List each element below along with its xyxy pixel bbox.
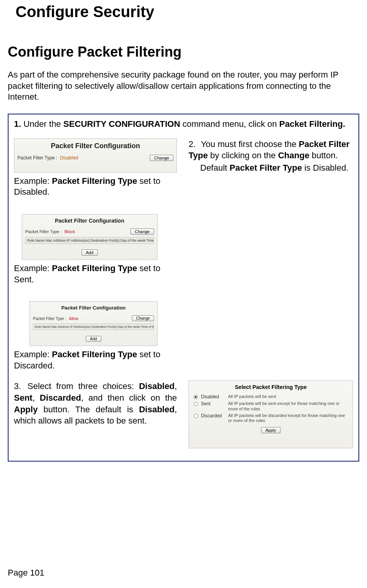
step-2-text: button.	[309, 150, 338, 160]
rules-table-header: Rule Name Mac Address IP Address(es) Des…	[25, 237, 154, 244]
select-panel-title: Select Packet Filtering Type	[193, 384, 349, 390]
section-title: Configure Packet Filtering	[8, 44, 359, 60]
rules-table-header: Rule Name Mac Address IP Address(es) Des…	[33, 323, 154, 330]
option-sent[interactable]: Sent All IP packets will be sent except …	[193, 401, 349, 411]
step-2-text: by clicking on the	[208, 150, 278, 160]
step-2-bold: Change	[278, 150, 310, 160]
add-button[interactable]: Add	[81, 249, 98, 256]
examples-column: Packet Filter Configuration Packet Filte…	[14, 138, 177, 378]
option-desc: All IP packets will be sent	[228, 394, 349, 399]
panel-title: Packet Filter Configuration	[17, 142, 173, 150]
step-1-text-a: Under the	[23, 119, 63, 129]
steps-box: 1. Under the SECURITY CONFIGURATION comm…	[8, 114, 359, 462]
filter-type-value-allow: Allow	[69, 316, 78, 321]
caption-bold: Packet Filtering Type	[52, 263, 137, 273]
step-3-text: ,	[175, 381, 177, 391]
add-button[interactable]: Add	[86, 336, 101, 342]
caption-discarded: Example: Packet Filtering Type set to Di…	[14, 349, 177, 371]
caption-sent: Example: Packet Filtering Type set to Se…	[14, 263, 177, 285]
step-1: 1. Under the SECURITY CONFIGURATION comm…	[14, 119, 353, 129]
radio-icon[interactable]	[194, 414, 198, 418]
change-button[interactable]: Change	[132, 315, 154, 321]
filter-type-label: Packet Filter Type :	[17, 155, 57, 161]
step-3-text: Select from three choices:	[28, 381, 139, 391]
step-2: 2. You must first choose the Packet Filt…	[189, 138, 353, 174]
step-3-bold: Apply	[14, 405, 38, 414]
select-filter-type-panel: Select Packet Filtering Type Disabled Al…	[189, 380, 353, 448]
step-3-bold: Disabled	[139, 381, 175, 391]
step-3-text: , and then click on the	[81, 393, 177, 403]
option-label: Sent	[201, 401, 228, 406]
apply-button[interactable]: Apply	[261, 427, 280, 433]
option-desc: All IP packets will be discarded except …	[228, 413, 349, 423]
filter-type-value-block: Block	[64, 229, 75, 234]
option-desc: All IP packets will be sent except for t…	[228, 401, 349, 411]
step-3-bold: Disabled	[139, 405, 175, 414]
step-1-text-b: command menu, click on	[180, 119, 279, 129]
change-button[interactable]: Change	[150, 155, 173, 161]
step-3-text: button. The default is	[38, 405, 139, 414]
step-2-number: 2.	[189, 138, 199, 150]
caption-text: Example:	[14, 349, 52, 359]
radio-icon[interactable]	[194, 402, 198, 406]
chapter-title: Configure Security	[16, 3, 359, 21]
page-number: Page 101	[8, 568, 44, 578]
panel-sent: Packet Filter Configuration Packet Filte…	[22, 214, 158, 260]
step-2-text: is Disabled.	[302, 163, 349, 173]
panel-disabled: Packet Filter Configuration Packet Filte…	[14, 138, 177, 173]
step-3: 3. Select from three choices: Disabled, …	[14, 380, 177, 448]
filter-type-value-disabled: Disabled	[60, 155, 78, 161]
panel-discarded: Packet Filter Configuration Packet Filte…	[29, 301, 158, 346]
step-3-bold: Discarded	[40, 393, 81, 403]
step-2-column: 2. You must first choose the Packet Filt…	[189, 138, 353, 378]
option-label: Disabled	[201, 394, 228, 399]
step-3-text: ,	[33, 393, 40, 403]
option-label: Discarded	[201, 413, 228, 419]
option-disabled[interactable]: Disabled All IP packets will be sent	[193, 394, 349, 399]
option-discarded[interactable]: Discarded All IP packets will be discard…	[193, 413, 349, 423]
step-1-bold-1: SECURITY CONFIGURATION	[63, 119, 180, 129]
step-1-bold-2: Packet Filtering.	[279, 119, 345, 129]
intro-paragraph: As part of the comprehensive security pa…	[8, 69, 349, 103]
step-1-number: 1.	[14, 119, 21, 129]
change-button[interactable]: Change	[130, 228, 154, 235]
radio-icon[interactable]	[194, 395, 198, 399]
step-3-number: 3.	[14, 380, 23, 392]
step-2-text: Default	[200, 163, 230, 173]
filter-type-label: Packet Filter Type :	[33, 316, 66, 321]
filter-type-label: Packet Filter Type :	[25, 229, 62, 234]
caption-bold: Packet Filtering Type	[52, 349, 137, 359]
panel-title: Packet Filter Configuration	[25, 218, 154, 224]
step-2-text: You must first choose the	[201, 139, 299, 149]
caption-text: Example:	[14, 176, 52, 186]
caption-disabled: Example: Packet Filtering Type set to Di…	[14, 176, 177, 198]
panel-title: Packet Filter Configuration	[33, 305, 154, 311]
caption-bold: Packet Filtering Type	[52, 176, 137, 186]
step-2-bold: Packet Filter Type	[230, 163, 302, 173]
step-3-bold: Sent	[14, 393, 33, 403]
caption-text: Example:	[14, 263, 52, 273]
